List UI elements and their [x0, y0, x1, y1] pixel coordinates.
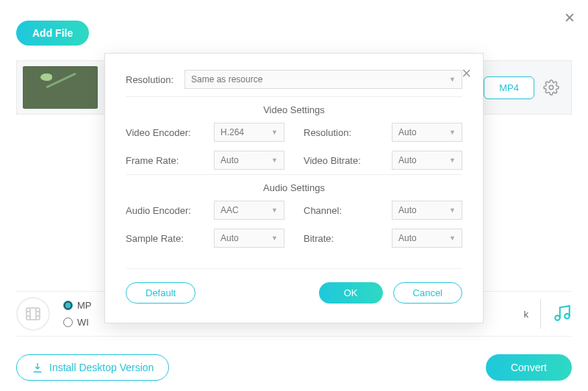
resolution-value: Same as resource	[191, 74, 262, 85]
divider	[540, 299, 541, 329]
radio-label-1: MP	[77, 300, 92, 311]
chevron-down-icon: ▼	[271, 129, 278, 136]
audio-bitrate-select[interactable]: Auto▼	[392, 229, 462, 248]
chevron-down-icon: ▼	[271, 157, 278, 164]
convert-button[interactable]: Convert	[486, 354, 572, 381]
audio-bitrate-label: Bitrate:	[304, 233, 380, 244]
film-icon	[16, 297, 50, 331]
chevron-down-icon: ▼	[271, 207, 278, 214]
download-icon	[32, 362, 43, 373]
ok-button[interactable]: OK	[319, 282, 383, 304]
install-label: Install Desktop Version	[49, 362, 154, 373]
modal-close-icon[interactable]: ×	[462, 64, 471, 83]
svg-point-9	[564, 314, 570, 319]
audio-settings-title: Audio Settings	[126, 174, 462, 193]
resolution-select[interactable]: Same as resource ▼	[184, 70, 462, 89]
svg-point-8	[555, 315, 560, 320]
sample-rate-label: Sample Rate:	[126, 233, 202, 244]
format-pill[interactable]: MP4	[484, 76, 534, 99]
gear-icon[interactable]	[543, 79, 559, 96]
bottom-right-text: k	[524, 309, 529, 320]
video-thumbnail[interactable]	[23, 66, 98, 109]
svg-rect-1	[26, 308, 40, 320]
audio-encoder-label: Audio Encoder:	[126, 205, 202, 216]
chevron-down-icon: ▼	[449, 234, 456, 242]
close-icon[interactable]: ×	[564, 7, 575, 28]
radio-input-2[interactable]	[63, 318, 73, 327]
video-encoder-select[interactable]: H.264▼	[214, 123, 284, 142]
video-resolution-label: Resolution:	[304, 127, 380, 138]
frame-rate-label: Frame Rate:	[126, 155, 202, 166]
resolution-label: Resolution:	[126, 74, 184, 85]
video-bitrate-label: Video Bitrate:	[304, 155, 380, 166]
chevron-down-icon: ▼	[449, 76, 456, 83]
frame-rate-select[interactable]: Auto▼	[214, 151, 284, 170]
audio-encoder-select[interactable]: AAC▼	[214, 201, 284, 220]
video-encoder-label: Video Encoder:	[126, 127, 202, 138]
radio-option-2[interactable]: WI	[63, 317, 92, 328]
add-file-button[interactable]: Add File	[16, 21, 89, 46]
channel-label: Channel:	[304, 205, 380, 216]
chevron-down-icon: ▼	[271, 234, 278, 242]
svg-point-0	[549, 85, 553, 90]
default-button[interactable]: Default	[126, 282, 196, 304]
radio-input-1[interactable]	[63, 301, 73, 310]
chevron-down-icon: ▼	[449, 157, 456, 164]
video-bitrate-select[interactable]: Auto▼	[392, 151, 462, 170]
install-desktop-button[interactable]: Install Desktop Version	[16, 354, 169, 381]
video-settings-title: Video Settings	[126, 96, 462, 115]
footer: Install Desktop Version Convert	[16, 354, 572, 381]
chevron-down-icon: ▼	[449, 129, 456, 136]
music-icon[interactable]	[553, 304, 572, 325]
channel-select[interactable]: Auto▼	[392, 201, 462, 220]
cancel-button[interactable]: Cancel	[393, 282, 462, 304]
settings-modal: × Resolution: Same as resource ▼ Video S…	[104, 53, 484, 323]
radio-label-2: WI	[77, 317, 89, 328]
sample-rate-select[interactable]: Auto▼	[214, 229, 284, 248]
video-resolution-select[interactable]: Auto▼	[392, 123, 462, 142]
output-radios: MP WI	[63, 300, 92, 328]
chevron-down-icon: ▼	[449, 207, 456, 214]
radio-option-1[interactable]: MP	[63, 300, 92, 311]
